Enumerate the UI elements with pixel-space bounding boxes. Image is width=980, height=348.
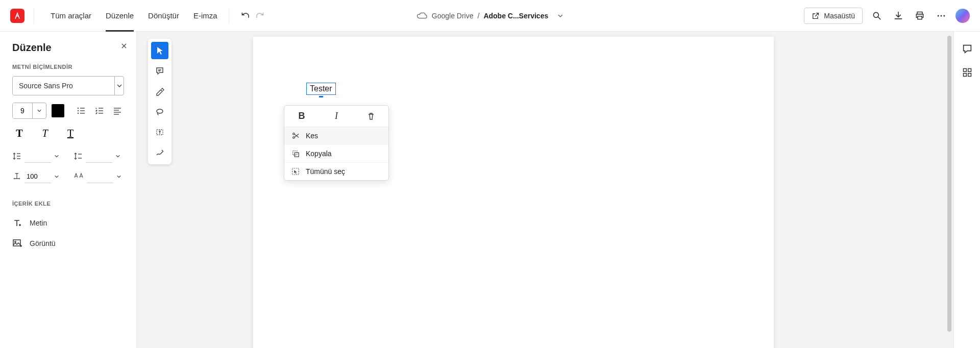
add-image-icon [12,238,22,248]
context-copy-label: Kopyala [306,150,332,158]
font-size-select[interactable] [12,103,46,119]
character-spacing-icon [74,172,84,181]
breadcrumb-source[interactable]: Google Drive [432,12,474,20]
comment-tool[interactable] [151,62,168,80]
scissors-icon [291,132,300,140]
nav-convert[interactable]: Dönüştür [141,0,186,32]
right-rail [953,32,980,348]
chevron-down-icon[interactable] [114,77,124,95]
text-color-swatch[interactable] [52,104,65,117]
font-family-select[interactable] [12,76,124,95]
editable-text-box[interactable]: Tester [306,83,336,95]
line-spacing-icon [12,152,21,161]
breadcrumb: Google Drive / Adobe C...Services [416,11,564,20]
add-image-label: Görüntü [30,239,56,247]
add-image-button[interactable]: Görüntü [12,233,124,254]
svg-rect-3 [918,16,922,19]
vertical-scrollbar[interactable] [945,32,953,348]
font-family-input[interactable] [13,77,114,95]
breadcrumb-file[interactable]: Adobe C...Services [483,12,548,20]
horizontal-scale-icon [12,172,21,181]
search-button[interactable] [870,9,884,23]
svg-rect-19 [963,69,966,72]
nav-all-tools[interactable]: Tüm araçlar [43,0,99,32]
context-select-all[interactable]: Tümünü seç [284,163,388,180]
bullet-list-button[interactable] [75,104,88,117]
add-text-icon [12,218,22,228]
scrollbar-thumb[interactable] [947,36,951,332]
desktop-label: Masaüstü [824,12,855,20]
context-copy[interactable]: Kopyala [284,145,388,163]
chevron-down-icon[interactable] [54,154,59,159]
svg-rect-22 [968,73,971,77]
panels-button[interactable] [960,65,974,80]
divider [34,8,34,23]
context-cut-label: Kes [306,132,318,140]
panel-title: Düzenle [12,42,124,54]
more-menu-button[interactable] [934,9,948,23]
download-button[interactable] [891,9,905,23]
divider [229,8,229,23]
svg-rect-21 [963,73,966,77]
nav-esign[interactable]: E-imza [186,0,225,32]
svg-point-15 [293,133,295,135]
workspace: Düzenle METNİ BİÇİMLENDİR [0,32,980,348]
line-spacing-input[interactable] [24,150,51,163]
context-cut[interactable]: Kes [284,127,388,145]
tool-rail [148,39,172,164]
paragraph-spacing-icon [74,152,83,161]
add-text-button[interactable]: Metin [12,213,124,233]
lasso-tool[interactable] [151,103,168,120]
select-tool[interactable] [151,42,168,59]
text-box-tool[interactable] [151,123,168,141]
underline-button[interactable]: T [63,126,78,140]
svg-point-11 [15,241,16,243]
comments-panel-button[interactable] [960,42,974,56]
redo-button[interactable] [253,9,267,23]
context-italic-button[interactable]: I [319,106,354,127]
context-select-all-label: Tümünü seç [306,167,345,176]
svg-point-4 [938,15,939,16]
character-spacing-input[interactable] [87,170,113,183]
font-size-input[interactable] [13,103,32,118]
document-page[interactable]: Tester B I Kes Kopyala [253,37,774,348]
chevron-down-icon[interactable] [116,174,121,179]
section-format-label: METNİ BİÇİMLENDİR [12,64,124,70]
section-content-label: İÇERİK EKLE [12,201,124,207]
copy-icon [291,150,300,158]
highlight-tool[interactable] [151,83,168,100]
draw-tool[interactable] [151,144,168,161]
open-desktop-button[interactable]: Masaüstü [804,8,863,24]
add-text-label: Metin [30,219,47,227]
italic-button[interactable]: T [38,126,52,140]
context-menu: B I Kes Kopyala Tümünü seç [284,105,389,181]
svg-point-12 [157,109,163,113]
chevron-down-icon[interactable] [115,154,120,159]
svg-point-7 [78,108,79,109]
svg-point-0 [873,12,878,17]
close-panel-button[interactable] [121,43,127,49]
canvas-area: Tester B I Kes Kopyala [137,32,953,348]
avatar[interactable] [955,9,970,23]
print-button[interactable] [913,9,927,23]
svg-point-5 [941,15,942,16]
align-button[interactable] [111,104,124,117]
horizontal-scale-input[interactable] [24,170,51,183]
context-bold-button[interactable]: B [284,106,319,127]
cloud-icon [416,11,428,20]
bold-button[interactable]: T [12,126,27,140]
svg-point-8 [78,110,79,112]
chevron-down-icon[interactable] [54,174,59,179]
chevron-down-icon[interactable] [32,103,46,118]
chevron-down-icon[interactable] [557,13,564,19]
svg-rect-10 [13,240,20,246]
acrobat-logo-icon [10,9,24,23]
edit-panel: Düzenle METNİ BİÇİMLENDİR [0,32,137,348]
numbered-list-button[interactable] [93,104,106,117]
nav-edit[interactable]: Düzenle [99,0,141,32]
svg-point-9 [78,113,79,114]
undo-button[interactable] [238,9,253,23]
paragraph-spacing-input[interactable] [86,150,112,163]
svg-point-6 [943,15,945,16]
context-delete-button[interactable] [354,106,388,127]
